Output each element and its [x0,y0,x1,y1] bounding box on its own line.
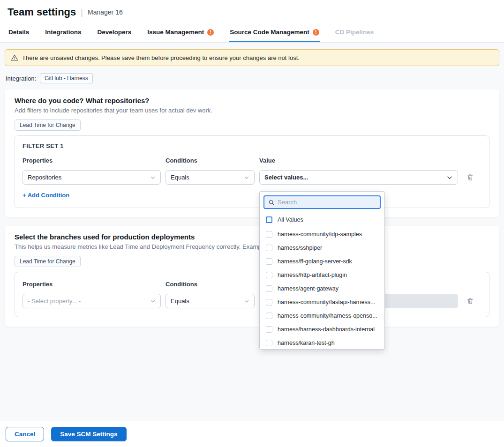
integration-label: Integration: [6,75,36,82]
checkbox-icon[interactable] [266,258,272,265]
tab-cd-pipelines: CD Pipelines [334,23,375,42]
filter-grid: Properties Conditions Value Repositories… [23,157,481,185]
branch-filter-grid: Properties Conditions Value - Select pro… [23,281,481,308]
checkbox-icon[interactable] [266,272,272,278]
checkbox-icon[interactable] [266,299,272,305]
integration-row: Integration: GitHub - Harness [5,73,499,83]
repositories-card-title: Where do you code? What repositories? [15,97,489,104]
value-select[interactable]: Select values... [259,170,458,185]
checkbox-icon[interactable] [266,326,272,333]
tab-details[interactable]: Details [8,23,30,42]
page-subtitle: Manager 16 [88,8,123,16]
properties-column-label: Properties [23,281,161,288]
repositories-card-subtitle: Add filters to include repositories that… [15,107,489,114]
tab-integrations[interactable]: Integrations [44,23,82,42]
page-title: Team settings [8,6,76,18]
branch-filter-panel: Properties Conditions Value - Select pro… [15,272,489,317]
search-icon [268,199,275,206]
repo-option[interactable]: harness/ff-golang-server-sdk [260,254,384,268]
value-column-label: Value [259,157,458,164]
delete-filter-button[interactable] [463,170,478,185]
checkbox-icon[interactable] [266,216,272,223]
chevron-down-icon [150,175,156,180]
banner-text: There are unsaved changes. Please save t… [22,54,300,61]
checkbox-icon[interactable] [266,285,272,292]
filter-set-title: FILTER SET 1 [23,142,481,149]
footer-actions: Cancel Save SCM Settings [0,421,504,447]
branch-condition-select[interactable]: Equals [165,294,255,308]
repo-option[interactable]: harness/agent-gateway [260,282,384,295]
repo-option[interactable]: harness-community/fastapi-harness... [260,295,384,309]
tab-developers[interactable]: Developers [97,23,133,42]
repositories-card: Where do you code? What repositories? Ad… [5,89,499,217]
repo-option[interactable]: harness-community/harness-openso... [260,309,384,322]
checkbox-icon[interactable] [266,340,272,346]
property-select[interactable]: Repositories [23,170,161,185]
tab-issue-management[interactable]: Issue Management ! [146,23,215,42]
repo-option[interactable]: harness-community/idp-samples [260,227,384,241]
warning-triangle-icon [11,54,18,61]
properties-column-label: Properties [23,157,161,164]
title-divider: | [81,7,83,17]
branches-card-title: Select the branches used for production … [15,233,489,241]
tab-bar: Details Integrations Developers Issue Ma… [0,23,504,43]
chevron-down-icon [244,175,249,180]
main-content: There are unsaved changes. Please save t… [0,43,504,421]
conditions-column-label: Conditions [165,157,255,164]
dropdown-search-input[interactable] [278,199,376,206]
chevron-down-icon [244,298,249,304]
repo-option[interactable]: harness/harness-dashboards-internal [260,322,384,336]
warning-badge-icon: ! [313,29,319,36]
values-dropdown: All Values harness-community/idp-samples… [259,191,385,350]
branch-property-select[interactable]: - Select property... - [23,294,161,308]
checkbox-icon[interactable] [266,245,272,251]
delete-filter-button[interactable] [463,294,478,308]
page-header: Team settings | Manager 16 [0,0,504,23]
trash-icon [466,297,474,305]
repo-option[interactable]: harness/sshpiper [260,241,384,254]
all-values-option[interactable]: All Values [260,213,384,227]
branches-card: Select the branches used for production … [5,226,499,327]
checkbox-icon[interactable] [266,313,272,319]
tab-source-code-management[interactable]: Source Code Management ! [229,23,320,42]
condition-select[interactable]: Equals [165,170,255,185]
branches-card-subtitle: This helps us measure metrics like Lead … [15,243,489,250]
cancel-button[interactable]: Cancel [6,427,44,441]
repo-option[interactable]: harness/karan-test-gh [260,336,384,350]
conditions-column-label: Conditions [165,281,255,288]
checkbox-icon[interactable] [266,231,272,238]
filter-set-panel: FILTER SET 1 Properties Conditions Value… [15,135,489,208]
chevron-down-icon [446,174,453,181]
save-scm-settings-button[interactable]: Save SCM Settings [51,427,126,441]
trash-icon [466,173,474,181]
lead-time-tag[interactable]: Lead Time for Change [15,256,81,267]
unsaved-changes-banner: There are unsaved changes. Please save t… [5,49,499,66]
add-condition-button[interactable]: + Add Condition [23,192,69,199]
chevron-down-icon [150,298,156,304]
repo-option[interactable]: harness/http-artifact-plugin [260,268,384,282]
integration-chip[interactable]: GitHub - Harness [40,73,93,83]
lead-time-tag[interactable]: Lead Time for Change [15,119,81,131]
warning-badge-icon: ! [207,29,214,36]
dropdown-search-box [263,195,381,209]
